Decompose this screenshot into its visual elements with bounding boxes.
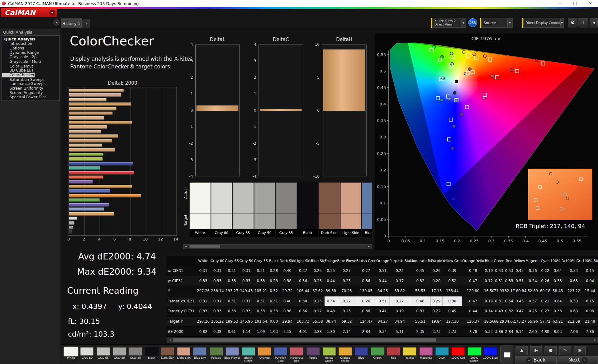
table-cell[interactable]: 126.37: [462, 317, 484, 326]
table-cell[interactable]: 0.35: [325, 266, 337, 276]
next-button[interactable]: Next »: [558, 356, 598, 364]
patch-button-foliage[interactable]: Foliage: [208, 346, 224, 364]
table-cell[interactable]: 2.84: [505, 327, 514, 336]
table-cell[interactable]: 5.15: [280, 327, 295, 336]
table-scroll-thumb[interactable]: [173, 338, 436, 342]
table-cell[interactable]: 0.36: [525, 266, 540, 276]
table-cell[interactable]: 19.84: [430, 317, 442, 326]
table-cell[interactable]: 0.31: [197, 266, 210, 276]
table-cell[interactable]: 0.51: [376, 266, 389, 276]
table-cell[interactable]: 180.84: [514, 286, 525, 296]
record-button[interactable]: ●: [545, 346, 557, 355]
table-cell[interactable]: 0.33: [239, 306, 254, 316]
table-cell[interactable]: 3.86: [493, 327, 505, 336]
patch-button-light-skin[interactable]: Light Skin: [176, 346, 192, 364]
settings-gear-button[interactable]: ⚙: [568, 18, 577, 28]
table-cell[interactable]: 2.84: [356, 327, 376, 336]
patch-button-gray-80[interactable]: Gray 80: [79, 346, 95, 364]
table-cell[interactable]: 238.14: [210, 286, 225, 296]
table-cell[interactable]: 0.33: [550, 306, 565, 316]
table-cell[interactable]: 34.94: [389, 317, 410, 326]
table-cell[interactable]: 0.44: [462, 306, 484, 316]
table-cell[interactable]: 130.05: [356, 286, 376, 296]
table-cell[interactable]: 0.32: [268, 286, 280, 296]
table-cell[interactable]: 9.34: [376, 327, 389, 336]
table-cell[interactable]: 0.27: [540, 306, 550, 316]
table-cell[interactable]: 0.33: [225, 306, 239, 316]
table-cell[interactable]: 0.32: [505, 306, 514, 316]
patch-button-magenta[interactable]: Magenta: [418, 346, 434, 364]
table-cell[interactable]: 175.27: [514, 317, 525, 326]
sidebar-item-saturation-sweeps[interactable]: Saturation Sweeps: [2, 77, 59, 82]
table-cell[interactable]: 0.38: [280, 276, 295, 286]
table-cell[interactable]: 223.22: [565, 286, 582, 296]
strip-swatch-gray-65[interactable]: Gray 65: [233, 183, 254, 237]
patch-button-blue-flower[interactable]: Blue Flower: [225, 346, 240, 364]
table-cell[interactable]: 53.53: [410, 286, 430, 296]
table-cell[interactable]: 0.49: [493, 306, 505, 316]
table-cell[interactable]: 0.44: [325, 276, 337, 286]
table-cell[interactable]: 0.45: [514, 266, 525, 276]
table-cell[interactable]: 39.58: [325, 286, 337, 296]
strip-swatch-gray-50[interactable]: Gray 50: [254, 183, 275, 237]
table-cell[interactable]: 58.43: [550, 286, 565, 296]
table-cell[interactable]: 17.13: [430, 286, 442, 296]
table-cell[interactable]: 0.22: [389, 296, 410, 306]
table-cell[interactable]: 0.12: [484, 276, 494, 286]
sidebar-item-grayscale-2pt[interactable]: Grayscale - 2pt: [2, 55, 59, 59]
table-cell[interactable]: 0.25: [311, 266, 325, 276]
patch-button-cyan[interactable]: Cyan: [434, 346, 450, 364]
table-cell[interactable]: 0.33: [565, 266, 582, 276]
patch-button-gray-65[interactable]: Gray 65: [96, 346, 111, 364]
table-cell[interactable]: 0.39: [442, 266, 462, 276]
table-cell[interactable]: 0.33: [493, 266, 505, 276]
table-cell[interactable]: 0.31: [239, 266, 254, 276]
strip-swatch-light-skin[interactable]: Light Skin: [340, 183, 361, 237]
table-cell[interactable]: 0.19: [484, 296, 494, 306]
sidebar-item-options[interactable]: Options: [2, 46, 59, 50]
table-cell[interactable]: 0.40: [280, 266, 295, 276]
table-cell[interactable]: 4.80: [540, 327, 550, 336]
table-cell[interactable]: 0.22: [389, 266, 410, 276]
table-cell[interactable]: 34.67: [505, 317, 514, 326]
table-cell[interactable]: 0.37: [295, 266, 311, 276]
table-cell[interactable]: 0.60: [565, 306, 582, 316]
table-cell[interactable]: 0.04: [582, 276, 598, 286]
table-cell[interactable]: 0.46: [410, 296, 430, 306]
table-cell[interactable]: 0.33: [505, 276, 514, 286]
table-cell[interactable]: 3.73: [430, 327, 442, 336]
patch-button-100-blue[interactable]: 100% Blue: [483, 346, 498, 364]
table-cell[interactable]: 0.48: [462, 266, 484, 276]
table-cell[interactable]: 0.35: [550, 276, 565, 286]
table-cell[interactable]: 0.64: [550, 266, 565, 276]
table-cell[interactable]: 127.10: [442, 317, 462, 326]
table-cell[interactable]: 0.29: [430, 296, 442, 306]
strip-swatch-dark-skin[interactable]: Dark Skin: [319, 183, 340, 237]
table-cell[interactable]: 0.17: [389, 276, 410, 286]
table-cell[interactable]: 0.19: [389, 306, 410, 316]
table-cell[interactable]: 0.33: [197, 306, 210, 316]
table-cell[interactable]: 55.96: [525, 317, 540, 326]
table-cell[interactable]: 0.54: [505, 296, 514, 306]
table-cell[interactable]: 7.86: [582, 327, 598, 336]
patch-button-gray-50[interactable]: Gray 50: [112, 346, 127, 364]
table-cell[interactable]: 0.15: [582, 266, 598, 276]
table-cell[interactable]: 0.22: [540, 266, 550, 276]
table-cell[interactable]: 1.09: [254, 327, 268, 336]
table-cell[interactable]: 0.25: [337, 276, 356, 286]
table-cell[interactable]: 0.36: [295, 306, 311, 316]
table-cell[interactable]: 55.51: [410, 317, 430, 326]
patch-button-green[interactable]: Green: [370, 346, 385, 364]
tab-history-1[interactable]: History 1: [61, 18, 82, 28]
sidebar-item-screen-uniformity[interactable]: Screen Uniformity: [2, 86, 59, 91]
table-cell[interactable]: 0.24: [525, 276, 540, 286]
help-button[interactable]: ?: [579, 18, 588, 28]
table-cell[interactable]: 0.31: [210, 266, 225, 276]
patch-button-purplish-blue[interactable]: Purplish Blue: [273, 346, 288, 364]
strip-swatch-gray-80[interactable]: Gray 80: [211, 183, 232, 237]
table-cell[interactable]: 3.73: [442, 327, 462, 336]
add-tab-button[interactable]: +: [82, 19, 90, 28]
table-cell[interactable]: 0.33: [210, 306, 225, 316]
patch-button-moderate-red[interactable]: Moderate Red: [289, 346, 304, 364]
table-cell[interactable]: 193.27: [225, 286, 239, 296]
